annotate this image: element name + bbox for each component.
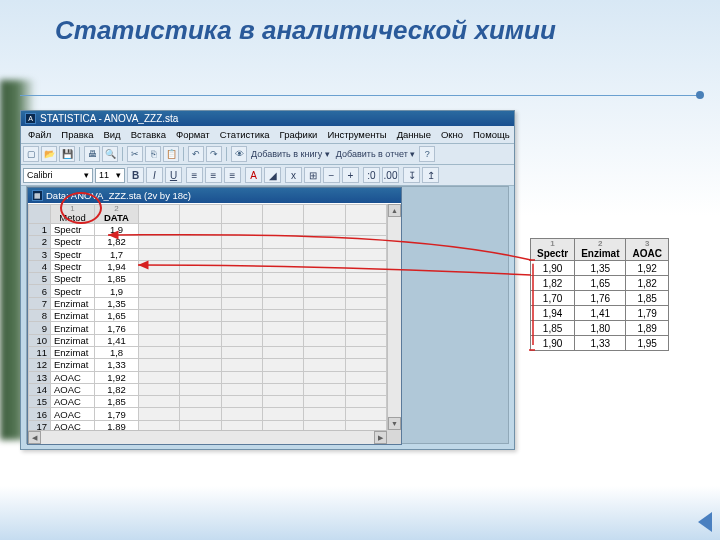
table-row[interactable]: 10Enzimat1,41 [29,334,387,346]
menu-file[interactable]: Файл [23,127,56,142]
vars-icon[interactable]: x [285,167,302,183]
table-row[interactable]: 11Enzimat1,8 [29,346,387,358]
table-row[interactable]: 1Spectr1,9 [29,224,387,236]
table-row[interactable]: 5Spectr1,85 [29,273,387,285]
menu-view[interactable]: Вид [98,127,125,142]
scroll-up-icon[interactable]: ▲ [388,204,401,217]
table-row[interactable]: 17AOAC1,89 [29,420,387,430]
menu-insert[interactable]: Вставка [126,127,171,142]
undo-icon[interactable]: ↶ [188,146,204,162]
page-title: Статистика в аналитической химии [0,0,720,51]
menu-statistics[interactable]: Статистика [215,127,275,142]
sort-asc-icon[interactable]: ↧ [403,167,420,183]
menu-window[interactable]: Окно [436,127,468,142]
scroll-left-icon[interactable]: ◀ [28,431,41,444]
font-selector[interactable]: Calibri▾ [23,168,93,183]
transposed-table: 1Spectr 2Enzimat 3AOAC 1,901,351,921,821… [530,238,669,351]
app-icon: A [25,113,36,124]
copy-icon[interactable]: ⎘ [145,146,161,162]
save-icon[interactable]: 💾 [59,146,75,162]
app-title: STATISTICA - ANOVA_ZZZ.sta [40,113,178,124]
statistica-app-window: A STATISTICA - ANOVA_ZZZ.sta Файл Правка… [20,110,515,450]
print-icon[interactable]: 🖶 [84,146,100,162]
new-icon[interactable]: ▢ [23,146,39,162]
menu-edit[interactable]: Правка [56,127,98,142]
trans-header-2: 2Enzimat [575,239,626,261]
table-row[interactable]: 13AOAC1,92 [29,371,387,383]
fontsize-selector[interactable]: 11▾ [95,168,125,183]
vertical-scrollbar[interactable]: ▲ ▼ [387,204,401,430]
blank-col [139,205,180,224]
table-row[interactable]: 15AOAC1,85 [29,396,387,408]
fill-color-icon[interactable]: ◢ [264,167,281,183]
menu-help[interactable]: Помощь [468,127,515,142]
menu-tools[interactable]: Инструменты [322,127,391,142]
scroll-down-icon[interactable]: ▼ [388,417,401,430]
corner-cell[interactable] [29,205,51,224]
underline-icon[interactable]: U [165,167,182,183]
add-to-book-button[interactable]: Добавить в книгу ▾ [249,149,332,159]
table-row[interactable]: 9Enzimat1,76 [29,322,387,334]
column-header-1[interactable]: 1Metod [51,205,95,224]
table-row[interactable]: 12Enzimat1,33 [29,359,387,371]
redo-icon[interactable]: ↷ [206,146,222,162]
italic-icon[interactable]: I [146,167,163,183]
align-left-icon[interactable]: ≡ [186,167,203,183]
format-toolbar: Calibri▾ 11▾ B I U ≡ ≡ ≡ A ◢ x ⊞ − + :0 … [21,165,514,186]
find-icon[interactable]: 👁 [231,146,247,162]
paste-icon[interactable]: 📋 [163,146,179,162]
align-right-icon[interactable]: ≡ [224,167,241,183]
standard-toolbar: ▢ 📂 💾 🖶 🔍 ✂ ⎘ 📋 ↶ ↷ 👁 Добавить в книгу ▾… [21,144,514,165]
table-row[interactable]: 7Enzimat1,35 [29,297,387,309]
title-underline [20,95,700,96]
increase-decimal-icon[interactable]: .00 [382,167,399,183]
menu-data[interactable]: Данные [392,127,436,142]
prev-slide-icon[interactable] [692,512,712,532]
font-color-icon[interactable]: A [245,167,262,183]
table-row: 1,821,651,82 [531,276,669,291]
data-window-icon: ▦ [32,190,43,201]
table-row[interactable]: 2Spectr1,82 [29,236,387,248]
table-row[interactable]: 16AOAC1,79 [29,408,387,420]
table-row: 1,941,411,79 [531,306,669,321]
workspace-dock: ▦ Data: ANOVA_ZZZ.sta (2v by 18c) 1Metod… [26,186,509,444]
app-titlebar[interactable]: A STATISTICA - ANOVA_ZZZ.sta [21,111,514,126]
zoom-out-icon[interactable]: − [323,167,340,183]
trans-header-1: 1Spectr [531,239,575,261]
cut-icon[interactable]: ✂ [127,146,143,162]
table-row[interactable]: 14AOAC1,82 [29,383,387,395]
open-icon[interactable]: 📂 [41,146,57,162]
table-row[interactable]: 6Spectr1,9 [29,285,387,297]
bold-icon[interactable]: B [127,167,144,183]
table-row: 1,901,331,95 [531,336,669,351]
table-row[interactable]: 8Enzimat1,65 [29,310,387,322]
table-row: 1,851,801,89 [531,321,669,336]
sort-desc-icon[interactable]: ↥ [422,167,439,183]
help-icon[interactable]: ? [419,146,435,162]
cases-icon[interactable]: ⊞ [304,167,321,183]
decrease-decimal-icon[interactable]: :0 [363,167,380,183]
column-header-2[interactable]: 2DATA [95,205,139,224]
zoom-in-icon[interactable]: + [342,167,359,183]
table-row[interactable]: 4Spectr1,94 [29,260,387,272]
table-row: 1,701,761,85 [531,291,669,306]
menu-graphics[interactable]: Графики [275,127,323,142]
data-titlebar[interactable]: ▦ Data: ANOVA_ZZZ.sta (2v by 18c) [28,188,401,203]
add-to-report-button[interactable]: Добавить в отчет ▾ [334,149,418,159]
menu-format[interactable]: Формат [171,127,215,142]
spreadsheet[interactable]: 1Metod 2DATA 1Spectr1,92Spectr1,823Spect… [28,204,387,430]
trans-header-3: 3AOAC [626,239,668,261]
data-window-title: Data: ANOVA_ZZZ.sta (2v by 18c) [46,190,191,201]
table-row[interactable]: 3Spectr1,7 [29,248,387,260]
menubar: Файл Правка Вид Вставка Формат Статистик… [21,126,514,144]
preview-icon[interactable]: 🔍 [102,146,118,162]
data-window: ▦ Data: ANOVA_ZZZ.sta (2v by 18c) 1Metod… [27,187,402,445]
horizontal-scrollbar[interactable]: ◀ ▶ [28,430,387,444]
align-center-icon[interactable]: ≡ [205,167,222,183]
scroll-right-icon[interactable]: ▶ [374,431,387,444]
table-row: 1,901,351,92 [531,261,669,276]
